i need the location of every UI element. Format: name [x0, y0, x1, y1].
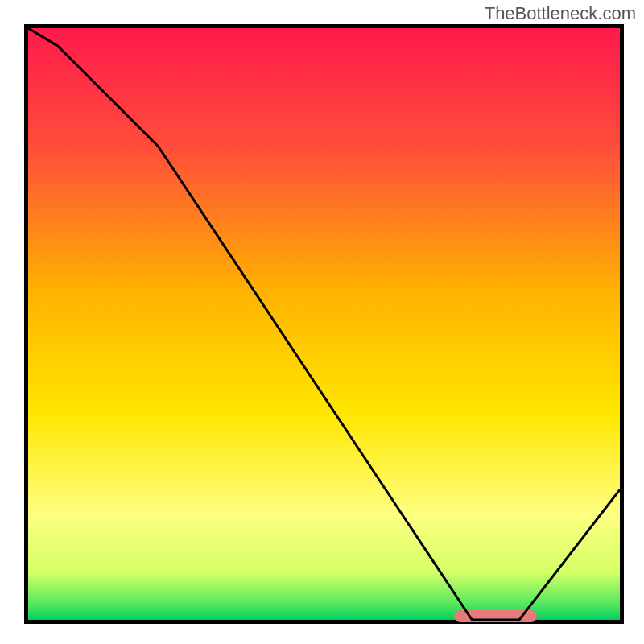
watermark-text: TheBottleneck.com: [485, 3, 636, 24]
chart-container: TheBottleneck.com: [0, 0, 644, 644]
bottleneck-chart: [0, 0, 644, 644]
gradient-background: [28, 28, 620, 620]
